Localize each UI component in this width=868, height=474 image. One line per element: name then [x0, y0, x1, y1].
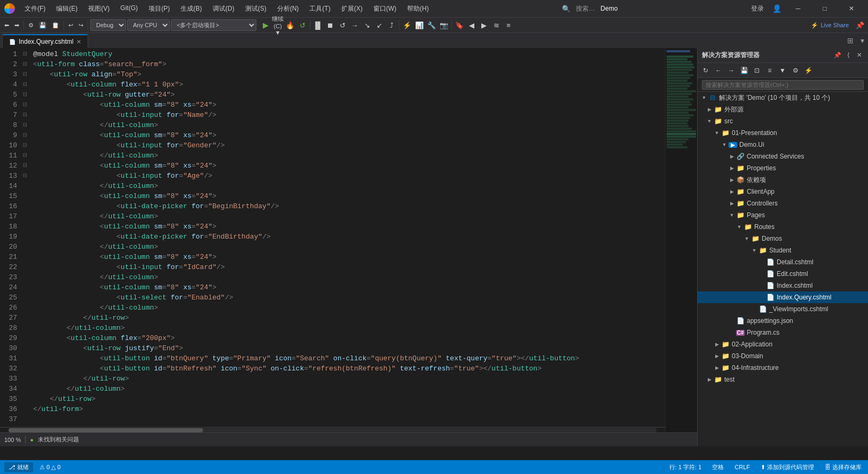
encoding-item[interactable]: CRLF: [732, 464, 752, 470]
camera-button[interactable]: 📷: [438, 19, 450, 31]
tree-item-ext-sources[interactable]: ▶ 📁 外部源: [698, 104, 868, 115]
debug-toolbar-btn5[interactable]: ↘: [361, 19, 373, 31]
menu-debug[interactable]: 调试(D): [208, 3, 239, 14]
live-share-button[interactable]: ⚡ Live Share: [807, 22, 853, 29]
se-search-input[interactable]: [702, 80, 864, 90]
tab-index-query[interactable]: 📄 Index.Query.cshtml ✕: [2, 34, 88, 48]
menu-extensions[interactable]: 扩展(X): [337, 3, 367, 14]
se-forward-button[interactable]: →: [725, 65, 737, 76]
tree-item-01-presentation[interactable]: ▼ 📁 01-Presentation: [698, 127, 868, 139]
tab-action-split[interactable]: ⊞: [844, 33, 856, 48]
toolbar-pin[interactable]: 📌: [854, 19, 866, 31]
start-button[interactable]: ▶: [260, 19, 271, 31]
tree-item-routes[interactable]: ▼ 📁 Routes: [698, 221, 868, 233]
se-close-button[interactable]: ✕: [854, 51, 864, 60]
se-filter2-button[interactable]: ⚡: [802, 65, 814, 76]
tree-item-test[interactable]: ▶ 📁 test: [698, 374, 868, 385]
scrollbar-thumb[interactable]: [9, 428, 203, 432]
tree-item-student[interactable]: ▼ 📁 Student: [698, 244, 868, 256]
debug-config-dropdown[interactable]: Debug: [90, 19, 126, 31]
se-pin-button[interactable]: 📌: [833, 51, 842, 60]
restart-button[interactable]: ↺: [296, 19, 308, 31]
tree-item-02-application[interactable]: ▶ 📁 02-Application: [698, 338, 868, 350]
tree-item-connected-services[interactable]: ▶ 🔗 Connected Services: [698, 151, 868, 162]
tree-item-src[interactable]: ▼ 📁 src: [698, 115, 868, 127]
login-button[interactable]: 登录: [747, 3, 768, 14]
close-button[interactable]: ✕: [839, 0, 864, 17]
menu-git[interactable]: Git(G): [116, 3, 142, 14]
error-count-item[interactable]: ⚠ 0 △ 0: [37, 464, 62, 471]
se-collapse-button[interactable]: ≡: [764, 65, 776, 76]
se-save-button[interactable]: 💾: [738, 65, 750, 76]
forward-button[interactable]: ➡: [12, 19, 21, 31]
debug-toolbar-btn7[interactable]: ⤴: [386, 19, 397, 31]
code-editor[interactable]: 12345 678910 1112131415 1617181920 21222…: [0, 48, 665, 432]
menu-window[interactable]: 窗口(W): [369, 3, 401, 14]
se-filter-button[interactable]: ▼: [777, 65, 788, 76]
tree-item-03-domain[interactable]: ▶ 📁 03-Domain: [698, 350, 868, 362]
search-box[interactable]: 搜索…: [576, 4, 595, 13]
se-back-button[interactable]: ←: [713, 65, 724, 76]
se-chevron-button[interactable]: ⟨: [843, 51, 853, 60]
editor-scrollbar[interactable]: [0, 427, 665, 432]
debug-toolbar-btn6[interactable]: ↙: [373, 19, 385, 31]
menu-build[interactable]: 生成(B): [176, 3, 206, 14]
debug-toolbar-btn3[interactable]: ↺: [337, 19, 348, 31]
cursor-position[interactable]: 行: 1 字符: 1: [667, 463, 703, 471]
tree-item-04-infrastructure[interactable]: ▶ 📁 04-Infrastructure: [698, 362, 868, 374]
menu-file[interactable]: 文件(F): [20, 3, 50, 14]
back-button[interactable]: ⬅: [2, 19, 11, 31]
menu-edit[interactable]: 编辑(E): [52, 3, 82, 14]
tree-item-index[interactable]: 📄 Index.cshtml: [698, 280, 868, 291]
minimize-button[interactable]: ─: [786, 0, 810, 17]
menu-help[interactable]: 帮助(H): [403, 3, 433, 14]
add-to-src-item[interactable]: ⬆ 添加到源代码管理: [758, 463, 816, 471]
redo-button[interactable]: ↪: [76, 19, 85, 31]
menu-analyze[interactable]: 分析(N): [273, 3, 303, 14]
startup-dropdown[interactable]: <多个启动项目>: [171, 19, 256, 31]
menu-tools[interactable]: 工具(T): [305, 3, 334, 14]
bookmark-nav2[interactable]: ▶: [478, 19, 490, 31]
solution-root[interactable]: ▼ ⊟ 解决方案 'Demo' (10 个项目，共 10 个): [698, 92, 868, 104]
tree-item-edit[interactable]: 📄 Edit.cshtml: [698, 268, 868, 280]
menu-test[interactable]: 测试(S): [241, 3, 271, 14]
toolbar-extra1[interactable]: ≋: [490, 19, 502, 31]
bookmark-button[interactable]: 🔖: [453, 19, 465, 31]
code-content[interactable]: @model StudentQuery<util-form class="sea…: [29, 48, 665, 427]
toolbar-btn-3[interactable]: 📋: [50, 19, 61, 31]
menu-view[interactable]: 视图(V): [84, 3, 114, 14]
menu-project[interactable]: 项目(P): [144, 3, 174, 14]
select-repo-item[interactable]: 🗄 选择存储库: [823, 463, 864, 471]
debug-toolbar-btn4[interactable]: →: [349, 19, 361, 31]
continue-button[interactable]: 继续(C) ▼: [272, 19, 284, 31]
toolbar-btn-1[interactable]: ⚙: [26, 19, 36, 31]
spaces-item[interactable]: 空格: [710, 463, 726, 471]
perf-button[interactable]: ⚡: [401, 19, 413, 31]
bookmark-nav1[interactable]: ◀: [466, 19, 478, 31]
tree-item-appsettings[interactable]: 📄 appsettings.json: [698, 315, 868, 327]
tab-action-menu[interactable]: ▾: [856, 33, 868, 48]
se-sync-button[interactable]: ↻: [700, 65, 711, 76]
se-settings-button[interactable]: ⚙: [789, 65, 801, 76]
hot-reload-button[interactable]: 🔥: [284, 19, 296, 31]
toolbar-extra2[interactable]: ≡: [503, 19, 514, 31]
debug-toolbar-btn2[interactable]: ⏹: [324, 19, 336, 31]
tree-item-dependencies[interactable]: ▶ 📦 依赖项: [698, 174, 868, 186]
tree-item-clientapp[interactable]: ▶ 📁 ClientApp: [698, 186, 868, 198]
tree-item-index-query[interactable]: 📄 Index.Query.cshtml: [698, 291, 868, 303]
undo-button[interactable]: ↩: [66, 19, 75, 31]
tab-close-button[interactable]: ✕: [76, 38, 81, 45]
tree-item-viewimports[interactable]: 📄 _ViewImports.cshtml: [698, 303, 868, 315]
tree-item-properties[interactable]: ▶ 📁 Properties: [698, 162, 868, 174]
maximize-button[interactable]: □: [812, 0, 837, 17]
tree-item-controllers[interactable]: ▶ 📁 Controllers: [698, 198, 868, 209]
memory-button[interactable]: 📊: [413, 19, 425, 31]
toolbar-btn-2[interactable]: 💾: [37, 19, 49, 31]
debug-toolbar-btn1[interactable]: ▐▌: [312, 19, 324, 31]
git-branch-item[interactable]: ⎇ 就绪: [4, 462, 33, 472]
tree-item-demo-ui[interactable]: ▼ ▶ Demo.Ui: [698, 139, 868, 151]
tree-item-pages[interactable]: ▼ 📁 Pages: [698, 209, 868, 221]
tree-item-programcs[interactable]: C# Program.cs: [698, 327, 868, 338]
tree-item-detail[interactable]: 📄 Detail.cshtml: [698, 256, 868, 268]
se-refresh-button[interactable]: ⊡: [751, 65, 763, 76]
